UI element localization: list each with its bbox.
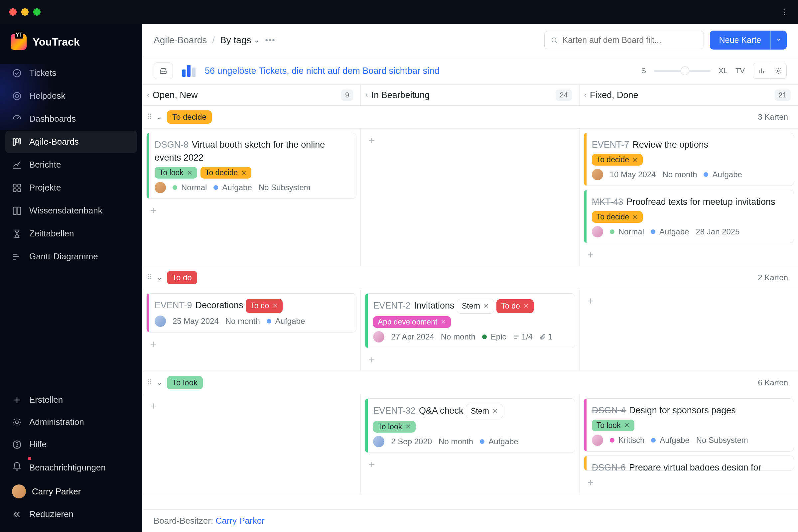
board-settings-toggle[interactable] [770,63,786,78]
chevron-left-icon[interactable]: ‹ [147,91,149,99]
swimlane-tag[interactable]: To look [167,376,203,390]
new-card-button[interactable]: Neue Karte [710,31,771,50]
add-card-button[interactable]: ＋ [584,293,597,308]
tag[interactable]: To decide✕ [592,154,643,166]
add-card-button[interactable]: ＋ [146,398,160,413]
tag[interactable]: To do✕ [246,299,283,312]
sidebar-collapse[interactable]: Reduzieren [5,503,137,525]
tag[interactable]: To look✕ [373,421,416,433]
card-meta-item: No month [441,332,475,341]
sidebar-item-help[interactable]: Hilfe [5,433,137,456]
more-icon[interactable]: ••• [265,36,275,45]
kebab-menu-icon[interactable]: ⋮ [781,7,789,17]
inbox-button[interactable] [154,62,173,79]
sidebar-item-create[interactable]: Erstellen [5,389,137,411]
drag-handle-icon[interactable]: ⠿ [147,273,152,282]
sidebar-item-label: Erstellen [29,395,63,405]
plus-icon [12,395,22,405]
add-card-button[interactable]: ＋ [146,203,160,218]
add-card-button[interactable]: ＋ [365,457,379,472]
board-owner-link[interactable]: Carry Parker [215,516,264,526]
bar-chart-icon[interactable] [182,65,195,77]
swimlane-header: ⠿ ⌄ To do 2 Karten [142,266,798,289]
close-icon[interactable]: ✕ [492,406,498,416]
close-icon[interactable]: ✕ [632,213,638,221]
tag[interactable]: Stern✕ [457,299,494,313]
sidebar-item-dashboards[interactable]: Dashboards [5,108,137,130]
tag[interactable]: App development✕ [373,316,451,328]
sidebar-item-gantt[interactable]: Gantt-Diagramme [5,245,137,268]
chevron-down-icon[interactable]: ⌄ [156,378,162,387]
close-icon[interactable]: ✕ [632,156,638,164]
sidebar-item-helpdesk[interactable]: Helpdesk [5,85,137,107]
board-card[interactable]: EVENT-7Review the options To decide✕ 10 … [584,133,794,186]
swimlane-tag[interactable]: To decide [167,110,212,124]
tag[interactable]: To look✕ [155,167,197,178]
sidebar-item-knowledge-base[interactable]: Wissensdatenbank [5,200,137,222]
current-user[interactable]: Carry Parker [5,480,137,503]
sidebar-item-projects[interactable]: Projekte [5,176,137,199]
zoom-thumb[interactable] [681,66,689,75]
board-card[interactable]: DSGN-4Design for sponsors pages To look✕… [584,398,794,452]
close-icon[interactable]: ✕ [483,301,489,311]
close-icon[interactable]: ✕ [524,301,529,311]
card-meta-item: Normal [173,183,207,192]
avatar [12,484,26,498]
add-card-button[interactable]: ＋ [365,352,379,367]
sidebar-item-label: Benachrichtigungen [29,462,106,473]
sidebar-item-reports[interactable]: Berichte [5,154,137,176]
tag[interactable]: Stern✕ [466,404,503,418]
board-cell: DSGN-8Virtual booth sketch for the onlin… [142,129,361,266]
search-input[interactable] [563,35,698,45]
breadcrumb-current[interactable]: By tags ⌄ [220,35,260,45]
tag[interactable]: To decide✕ [592,211,643,223]
close-icon[interactable]: ✕ [624,421,630,429]
add-card-button[interactable]: ＋ [584,247,597,262]
chart-view-toggle[interactable] [753,63,770,78]
board-cell: DSGN-4Design for sponsors pages To look✕… [580,394,798,494]
board-card[interactable]: MKT-43Proofread texts for meetup invitat… [584,190,794,243]
close-icon[interactable]: ✕ [272,301,278,310]
tag[interactable]: To look✕ [592,420,634,431]
sidebar-item-notifications[interactable]: Benachrichtigungen [5,456,137,480]
add-card-button[interactable]: ＋ [365,133,379,148]
close-icon[interactable]: ✕ [405,423,411,431]
drag-handle-icon[interactable]: ⠿ [147,378,152,387]
chevron-down-icon[interactable]: ⌄ [156,273,162,282]
ticket-id: DSGN-6 [592,462,626,471]
board-filter-search[interactable] [544,31,704,49]
close-icon[interactable]: ✕ [440,318,446,326]
ticket-id: DSGN-4 [592,405,626,415]
board-card[interactable]: EVENT-9Decorations To do✕ 25 May 2024No … [146,293,357,332]
sidebar-item-timesheets[interactable]: Zeittabellen [5,223,137,245]
add-card-button[interactable]: ＋ [146,337,160,352]
swimlane-tag[interactable]: To do [167,271,197,284]
add-card-button[interactable]: ＋ [584,475,597,490]
chevron-left-icon[interactable]: ‹ [365,91,368,99]
sidebar-item-tickets[interactable]: Tickets [5,62,137,84]
close-icon[interactable]: ✕ [187,169,192,177]
chevron-left-icon[interactable]: ‹ [584,91,587,99]
window-maximize[interactable] [33,8,41,16]
main-content: Agile-Boards / By tags ⌄ ••• Neue Karte [142,24,798,532]
chevron-down-icon[interactable]: ⌄ [156,113,162,121]
filterbar: 56 ungelöste Tickets, die nicht auf dem … [142,57,798,85]
board-card[interactable]: DSGN-8Virtual booth sketch for the onlin… [146,133,357,199]
close-icon[interactable]: ✕ [241,169,247,177]
app-logo[interactable]: YouTrack [0,24,142,62]
sidebar-item-agile-boards[interactable]: Agile-Boards [5,131,137,153]
drag-handle-icon[interactable]: ⠿ [147,113,152,121]
sidebar-item-administration[interactable]: Administration [5,411,137,433]
breadcrumb-root[interactable]: Agile-Boards [154,35,207,45]
new-card-dropdown[interactable] [771,31,787,50]
unresolved-tickets-link[interactable]: 56 ungelöste Tickets, die nicht auf dem … [205,66,439,76]
sidebar-item-label: Dashboards [29,114,76,124]
zoom-slider[interactable] [654,70,710,72]
board-card[interactable]: EVENT-32Q&A check Stern✕ To look✕ 2 Sep … [365,398,575,453]
tag[interactable]: To do✕ [496,299,533,313]
window-close[interactable] [9,8,17,16]
board-card[interactable]: DSGN-6Prepare virtual badges design for [584,456,794,471]
board-card[interactable]: EVENT-2Invitations Stern✕ To do✕ App dev… [365,293,575,348]
window-minimize[interactable] [21,8,28,16]
tag[interactable]: To decide✕ [201,167,251,178]
